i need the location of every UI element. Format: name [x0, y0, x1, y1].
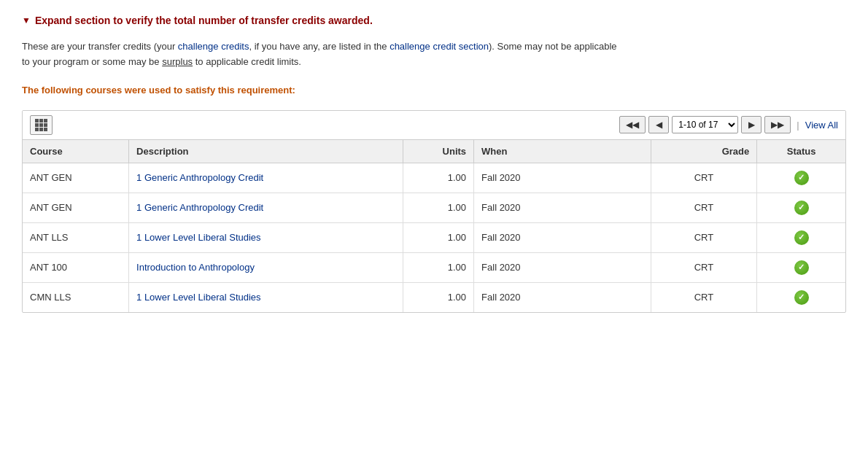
courses-table: Course Description Units When Grade Stat… — [23, 140, 845, 312]
toolbar-left — [30, 115, 53, 135]
grid-view-button[interactable] — [30, 115, 53, 135]
cell-status — [757, 282, 845, 312]
table-row: CMN LLS1 Lower Level Liberal Studies1.00… — [23, 282, 845, 312]
first-page-button[interactable]: ◀◀ — [619, 116, 646, 133]
cell-grade: CRT — [651, 282, 757, 312]
cell-grade: CRT — [651, 163, 757, 193]
cell-description: 1 Generic Anthropology Credit — [129, 193, 403, 222]
cell-course: ANT LLS — [23, 222, 129, 252]
cell-units: 1.00 — [403, 252, 474, 282]
cell-course: ANT GEN — [23, 193, 129, 222]
col-header-course: Course — [23, 140, 129, 163]
cell-units: 1.00 — [403, 163, 474, 193]
description-link[interactable]: 1 Generic Anthropology Credit — [136, 172, 263, 183]
description-link[interactable]: 1 Generic Anthropology Credit — [136, 202, 263, 213]
table-row: ANT GEN1 Generic Anthropology Credit1.00… — [23, 193, 845, 222]
cell-course: ANT 100 — [23, 252, 129, 282]
cell-status — [757, 163, 845, 193]
section-header[interactable]: ▼ Expand section to verify the total num… — [22, 15, 846, 26]
description-link[interactable]: 1 Lower Level Liberal Studies — [136, 292, 261, 303]
description-text: These are your transfer credits (your ch… — [22, 39, 620, 70]
cell-description: 1 Lower Level Liberal Studies — [129, 282, 403, 312]
description-link[interactable]: Introduction to Anthropology — [136, 262, 255, 273]
status-check-icon — [794, 290, 809, 305]
collapse-icon: ▼ — [22, 15, 31, 26]
status-check-icon — [794, 230, 809, 245]
cell-grade: CRT — [651, 222, 757, 252]
col-header-grade: Grade — [651, 140, 757, 163]
cell-status — [757, 222, 845, 252]
grid-icon — [35, 119, 47, 131]
col-header-when: When — [474, 140, 651, 163]
challenge-credit-section-link[interactable]: challenge credit section — [390, 41, 489, 52]
toolbar-right: ◀◀ ◀ 1-10 of 17 11-17 of 17 ▶ ▶▶ | View … — [619, 116, 838, 133]
cell-units: 1.00 — [403, 193, 474, 222]
section-title: Expand section to verify the total numbe… — [35, 15, 373, 26]
cell-when: Fall 2020 — [474, 252, 651, 282]
table-toolbar: ◀◀ ◀ 1-10 of 17 11-17 of 17 ▶ ▶▶ | View … — [23, 111, 845, 140]
cell-when: Fall 2020 — [474, 163, 651, 193]
table-row: ANT 100Introduction to Anthropology1.00F… — [23, 252, 845, 282]
table-row: ANT LLS1 Lower Level Liberal Studies1.00… — [23, 222, 845, 252]
cell-units: 1.00 — [403, 282, 474, 312]
col-header-description: Description — [129, 140, 403, 163]
requirement-label: The following courses were used to satis… — [22, 85, 846, 96]
courses-table-container: ◀◀ ◀ 1-10 of 17 11-17 of 17 ▶ ▶▶ | View … — [22, 110, 846, 313]
table-row: ANT GEN1 Generic Anthropology Credit1.00… — [23, 163, 845, 193]
last-page-button[interactable]: ▶▶ — [764, 116, 791, 133]
toolbar-divider: | — [797, 120, 799, 131]
cell-course: ANT GEN — [23, 163, 129, 193]
description-link[interactable]: 1 Lower Level Liberal Studies — [136, 232, 261, 243]
status-check-icon — [794, 260, 809, 275]
status-check-icon — [794, 171, 809, 185]
cell-course: CMN LLS — [23, 282, 129, 312]
cell-when: Fall 2020 — [474, 222, 651, 252]
view-all-link[interactable]: View All — [805, 120, 838, 131]
cell-grade: CRT — [651, 252, 757, 282]
next-page-button[interactable]: ▶ — [741, 116, 762, 133]
cell-description: 1 Generic Anthropology Credit — [129, 163, 403, 193]
cell-status — [757, 193, 845, 222]
cell-when: Fall 2020 — [474, 282, 651, 312]
cell-description: 1 Lower Level Liberal Studies — [129, 222, 403, 252]
page-select[interactable]: 1-10 of 17 11-17 of 17 — [672, 116, 738, 133]
col-header-units: Units — [403, 140, 474, 163]
col-header-status: Status — [757, 140, 845, 163]
cell-units: 1.00 — [403, 222, 474, 252]
challenge-credits-link[interactable]: challenge credits — [178, 41, 249, 52]
prev-page-button[interactable]: ◀ — [648, 116, 669, 133]
status-check-icon — [794, 201, 809, 215]
cell-description: Introduction to Anthropology — [129, 252, 403, 282]
cell-when: Fall 2020 — [474, 193, 651, 222]
cell-status — [757, 252, 845, 282]
cell-grade: CRT — [651, 193, 757, 222]
table-header-row: Course Description Units When Grade Stat… — [23, 140, 845, 163]
